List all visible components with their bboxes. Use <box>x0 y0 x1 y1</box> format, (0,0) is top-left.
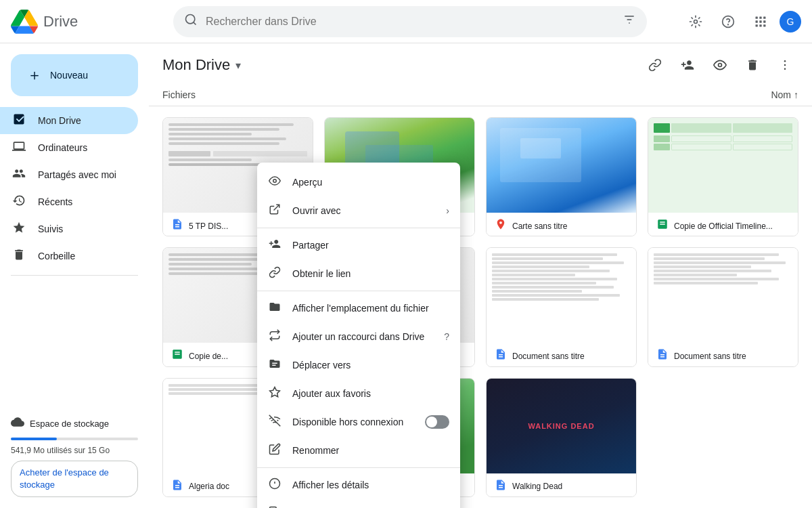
file-card[interactable]: Document sans titre <box>486 247 637 366</box>
shortcut-menu-icon <box>268 329 281 344</box>
menu-item-raccourci[interactable]: Ajouter un raccourci dans Drive ? <box>257 322 460 351</box>
menu-item-raccourci-label: Ajouter un raccourci dans Drive <box>292 331 430 342</box>
file-name: Document sans titre <box>674 352 790 361</box>
menu-item-favoris[interactable]: Ajouter aux favoris <box>257 379 460 408</box>
svg-point-4 <box>694 20 698 23</box>
file-card[interactable]: WALKING DEAD Walking Dead <box>486 378 637 497</box>
storage-label: Espace de stockage <box>30 419 109 429</box>
offline-toggle[interactable] <box>425 415 449 429</box>
menu-item-favoris-label: Ajouter aux favoris <box>292 388 449 399</box>
svg-rect-7 <box>756 16 758 18</box>
star-menu-icon <box>268 386 281 401</box>
storage-text: 541,9 Mo utilisés sur 15 Go <box>11 446 138 455</box>
svg-point-20 <box>273 179 277 183</box>
svg-rect-9 <box>763 16 765 18</box>
menu-item-deplacer-label: Déplacer vers <box>292 360 449 371</box>
sidebar-item-recents[interactable]: Récents <box>0 188 138 215</box>
sidebar: ＋ Nouveau Mon Drive Ordinateurs <box>0 43 149 508</box>
svg-rect-15 <box>763 24 765 26</box>
file-thumbnail <box>648 248 798 343</box>
svg-marker-22 <box>270 387 280 397</box>
svg-rect-11 <box>759 20 761 22</box>
menu-item-hors-connexion[interactable]: Disponible hors connexion <box>257 408 460 436</box>
sidebar-item-mon-drive-label: Mon Drive <box>38 115 81 126</box>
menu-item-copie[interactable]: Créer une copie <box>257 499 460 508</box>
app-title: Drive <box>43 13 78 30</box>
offline-menu-icon <box>268 415 281 429</box>
sidebar-item-corbeille[interactable]: Corbeille <box>0 242 138 270</box>
search-input[interactable] <box>206 16 614 28</box>
chevron-down-icon[interactable]: ▾ <box>235 59 241 72</box>
menu-item-ouvrir-avec-label: Ouvrir avec <box>292 205 435 216</box>
sidebar-item-recents-label: Récents <box>38 196 72 207</box>
file-type-icon <box>171 479 183 494</box>
files-bar: Fichiers Nom ↑ <box>149 87 812 106</box>
add-person-button[interactable] <box>674 51 701 79</box>
sort-area[interactable]: Nom ↑ <box>771 89 798 100</box>
buy-storage-button[interactable]: Acheter de l'espace de stockage <box>11 461 138 497</box>
menu-item-obtenir-lien[interactable]: Obtenir le lien <box>257 259 460 288</box>
svg-point-17 <box>784 60 786 62</box>
content-area: Mon Drive ▾ <box>149 43 812 508</box>
menu-item-details[interactable]: Afficher les détails <box>257 471 460 499</box>
header-actions: G <box>682 8 801 35</box>
toggle-circle <box>426 417 437 427</box>
recent-icon <box>11 194 27 211</box>
folder-menu-icon <box>268 301 281 316</box>
svg-rect-8 <box>759 16 761 18</box>
menu-item-apercu[interactable]: Aperçu <box>257 168 460 196</box>
filter-icon[interactable] <box>623 13 636 30</box>
more-options-button[interactable] <box>771 51 798 79</box>
sidebar-item-suivis-label: Suivis <box>38 224 63 234</box>
move-menu-icon <box>268 358 281 373</box>
menu-item-afficher-emplacement-label: Afficher l'emplacement du fichier <box>292 303 449 314</box>
sidebar-item-partages[interactable]: Partagés avec moi <box>0 161 138 188</box>
menu-item-partager[interactable]: Partager <box>257 231 460 259</box>
menu-item-apercu-label: Aperçu <box>292 177 449 188</box>
svg-line-21 <box>274 205 279 210</box>
open-with-menu-icon <box>268 203 281 218</box>
help-button[interactable] <box>715 8 742 35</box>
preview-button[interactable] <box>706 51 734 79</box>
link-menu-icon <box>268 266 281 281</box>
star-icon <box>11 221 27 238</box>
file-type-icon <box>171 348 183 364</box>
file-type-icon <box>656 348 669 364</box>
delete-button[interactable] <box>739 51 766 79</box>
menu-item-ouvrir-avec[interactable]: Ouvrir avec › <box>257 196 460 225</box>
sidebar-item-partages-label: Partagés avec moi <box>38 169 116 180</box>
sidebar-item-ordinateurs-label: Ordinateurs <box>38 142 87 153</box>
file-card[interactable]: Copie de Official Timeline... <box>648 117 798 236</box>
content-header: Mon Drive ▾ <box>149 43 812 87</box>
file-footer: Document sans titre <box>487 343 636 366</box>
menu-item-partager-label: Partager <box>292 240 449 251</box>
file-thumbnail <box>648 118 798 213</box>
avatar[interactable]: G <box>780 11 801 33</box>
logo-area: Drive <box>11 8 160 35</box>
sidebar-item-ordinateurs[interactable]: Ordinateurs <box>0 134 138 161</box>
file-name: Copie de Official Timeline... <box>674 221 790 231</box>
menu-item-deplacer[interactable]: Déplacer vers <box>257 351 460 379</box>
file-card[interactable]: Document sans titre <box>648 247 798 366</box>
file-footer: Document sans titre <box>648 343 798 366</box>
search-bar[interactable] <box>173 6 647 37</box>
shared-icon <box>11 167 27 184</box>
file-type-icon <box>656 218 669 234</box>
menu-item-renommer-label: Renommer <box>292 445 449 456</box>
sort-asc-icon: ↑ <box>794 89 798 100</box>
file-card[interactable]: Carte sans titre <box>486 117 637 236</box>
svg-rect-10 <box>756 20 758 22</box>
plus-icon: ＋ <box>27 65 42 85</box>
sidebar-item-suivis[interactable]: Suivis <box>0 215 138 242</box>
menu-item-afficher-emplacement[interactable]: Afficher l'emplacement du fichier <box>257 294 460 322</box>
share-link-button[interactable] <box>641 51 669 79</box>
file-name: Carte sans titre <box>512 221 628 231</box>
account-settings-button[interactable] <box>682 8 709 35</box>
apps-button[interactable] <box>747 8 774 35</box>
sidebar-item-mon-drive[interactable]: Mon Drive <box>0 107 138 134</box>
menu-divider <box>257 467 460 468</box>
menu-item-renommer[interactable]: Renommer <box>257 436 460 465</box>
new-button-label: Nouveau <box>50 70 88 81</box>
new-button[interactable]: ＋ Nouveau <box>11 54 138 96</box>
help-icon: ? <box>444 331 449 342</box>
